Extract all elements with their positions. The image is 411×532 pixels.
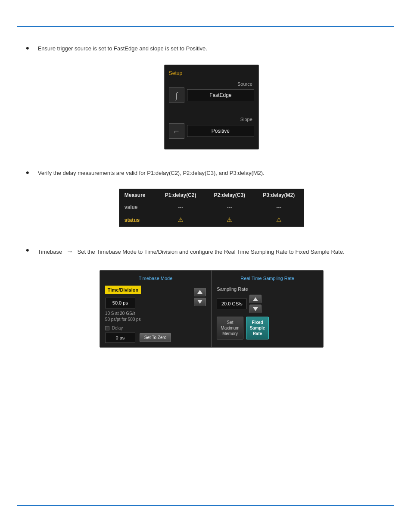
- info-line2: 50 ps/pt for 500 ps: [105, 317, 206, 323]
- measure-table-wrap: Measure P1:delay(C2) P2:delay(C3) P3:del…: [119, 189, 304, 227]
- setup-dialog-title: Setup: [169, 69, 254, 77]
- bullet-dot-3: •: [26, 245, 29, 256]
- p1-value: ---: [156, 201, 205, 213]
- slope-control-group: Slope ⌐ Positive: [169, 116, 254, 139]
- source-control-group: Source ∫ FastEdge: [169, 81, 254, 103]
- p2-value: ---: [205, 201, 254, 213]
- measure-col-header: Measure: [119, 189, 156, 202]
- measure-header-row: Measure P1:delay(C2) P2:delay(C3) P3:del…: [119, 189, 304, 202]
- sampling-panel: Real Time Sampling Rate Sampling Rate 20…: [212, 271, 323, 347]
- measure-status-row: status ⚠ ⚠ ⚠: [119, 213, 304, 227]
- bullet3-text: Set the Timebase Mode to Time/Division a…: [78, 249, 345, 255]
- delay-value: 0 ps: [105, 333, 135, 343]
- value-row-label: value: [119, 201, 156, 213]
- sampling-down-triangle-icon: [253, 307, 258, 311]
- falling-edge-icon: ⌐: [169, 123, 184, 139]
- bullet-text-3: Timebase → Set the Timebase Mode to Time…: [38, 246, 385, 354]
- sampling-rate-label: Sampling Rate: [217, 286, 318, 293]
- time-division-label[interactable]: Time/Division: [105, 286, 141, 295]
- delay-row: 0 ps Set To Zero: [105, 333, 206, 343]
- slope-value: Positive: [187, 125, 254, 137]
- bullet-section-1: • Ensure trigger source is set to FastEd…: [26, 44, 385, 156]
- time-division-up-button[interactable]: [194, 288, 206, 296]
- info-line1: 10 S at 20 GS/s: [105, 311, 206, 317]
- bullet-section-2: • Verify the delay measurements are vali…: [26, 169, 385, 234]
- set-to-zero-button[interactable]: Set To Zero: [140, 333, 171, 342]
- time-division-row: Time/Division 50.0 ps: [105, 286, 206, 308]
- p3-status: ⚠: [254, 213, 304, 227]
- arrow-icon: →: [66, 248, 73, 255]
- time-division-down-button[interactable]: [194, 298, 206, 306]
- delay-label-text: Delay: [112, 326, 123, 330]
- set-max-label2: Maximum: [221, 326, 239, 330]
- fixed-label2: Sample: [250, 326, 265, 330]
- sampling-rate-updown[interactable]: [249, 295, 262, 313]
- p2-warning-icon: ⚠: [227, 215, 232, 224]
- fixed-label1: Fixed: [252, 320, 263, 325]
- fixed-sample-rate-button[interactable]: Fixed Sample Rate: [246, 317, 269, 339]
- time-division-updown[interactable]: [194, 288, 206, 306]
- sampling-up-triangle-icon: [253, 297, 258, 301]
- fixed-label3: Rate: [253, 331, 262, 336]
- bullet-text-1: Ensure trigger source is set to FastEdge…: [38, 44, 385, 156]
- status-row-label: status: [119, 213, 156, 227]
- p3-value: ---: [254, 201, 304, 213]
- sampling-rate-up-button[interactable]: [249, 295, 262, 303]
- source-value: FastEdge: [187, 89, 254, 101]
- up-triangle-icon: [197, 290, 202, 294]
- delay-label-row: Delay: [105, 325, 206, 331]
- info-text: 10 S at 20 GS/s 50 ps/pt for 500 ps: [105, 311, 206, 323]
- down-triangle-icon: [197, 300, 202, 304]
- sampling-title: Real Time Sampling Rate: [217, 275, 318, 282]
- bullet2-text: Verify the delay measurements are valid …: [38, 170, 265, 176]
- source-row: ∫ FastEdge: [169, 87, 254, 103]
- slope-label: Slope: [169, 116, 254, 123]
- set-max-label1: Set: [227, 320, 234, 325]
- bullet1-text: Ensure trigger source is set to FastEdge…: [38, 45, 207, 52]
- p1-warning-icon: ⚠: [178, 215, 184, 224]
- measure-value-row: value --- --- ---: [119, 201, 304, 213]
- setup-dialog: Setup Source ∫ FastEdge: [164, 65, 259, 149]
- sampling-buttons-row: Set Maximum Memory Fixed Sample Rate: [217, 317, 318, 339]
- sampling-rate-value: 20.0 GS/s: [217, 299, 247, 309]
- measure-table: Measure P1:delay(C2) P2:delay(C3) P3:del…: [119, 189, 304, 227]
- bullet-section-3: • Timebase → Set the Timebase Mode to Ti…: [26, 246, 385, 354]
- bottom-rule: [17, 505, 394, 506]
- set-max-label3: Memory: [222, 331, 238, 336]
- source-label: Source: [169, 81, 254, 88]
- delay-checkbox[interactable]: [105, 326, 109, 330]
- sampling-rate-down-button[interactable]: [249, 305, 262, 313]
- p1-col-header: P1:delay(C2): [156, 189, 205, 202]
- time-division-value: 50.0 ps: [105, 298, 135, 308]
- sampling-rate-row: 20.0 GS/s: [217, 295, 318, 313]
- bullet-dot-1: •: [26, 43, 29, 54]
- bullet-dot-2: •: [26, 167, 29, 178]
- timebase-panel: Timebase Mode Time/Division 50.0 ps: [100, 271, 212, 347]
- p2-status: ⚠: [205, 213, 254, 227]
- rising-edge-icon: ∫: [169, 87, 184, 103]
- bullet3-intro: Timebase: [38, 249, 62, 255]
- p3-warning-icon: ⚠: [276, 215, 282, 224]
- instrument-panel: Timebase Mode Time/Division 50.0 ps: [100, 270, 324, 348]
- bullet-text-2: Verify the delay measurements are valid …: [38, 169, 385, 234]
- p1-status: ⚠: [156, 213, 205, 227]
- slope-row: ⌐ Positive: [169, 123, 254, 139]
- timebase-title: Timebase Mode: [105, 275, 206, 282]
- p2-col-header: P2:delay(C3): [205, 189, 254, 202]
- set-maximum-memory-button[interactable]: Set Maximum Memory: [217, 317, 243, 339]
- p3-col-header: P3:delay(M2): [254, 189, 304, 202]
